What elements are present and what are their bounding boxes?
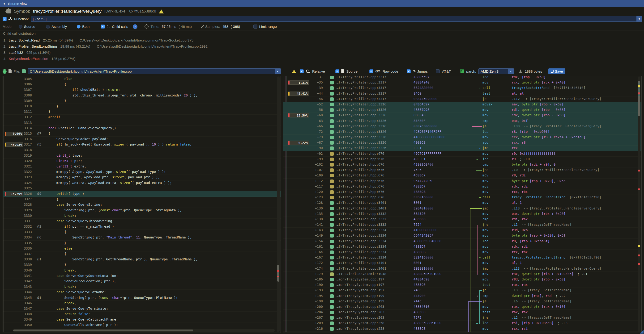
child-call-item[interactable]: 2.tracy::Profiler::SendLongString19.88 m… <box>0 43 644 49</box>
asm-row[interactable]: +141…t\TracyProfiler.cpp:33327524jne.L1 … <box>283 222 642 228</box>
source-line[interactable]: 3325 <box>3 186 280 191</box>
source-line[interactable]: 3342 SendSourceLocation( ptr ); <box>3 279 280 284</box>
asm-row[interactable]: +193…mon\TracySystem.cpp:197740Eje.L3 ->… <box>283 288 642 293</box>
raw-code-checkbox[interactable] <box>369 69 373 73</box>
assembly-pane[interactable]: +31…t\TracyProfiler.cpp:3317488D5597lear… <box>283 76 642 333</box>
child-call-item[interactable]: 3.stat64i32625 μs (1.36%) <box>0 49 644 55</box>
source-line[interactable]: 3314bool Profiler::HandleServerQuery() <box>3 126 280 131</box>
asm-row[interactable]: +200…mon\TracySystem.cpp:203488B4010movr… <box>283 304 642 310</box>
asm-row[interactable]: +90…t\TracyProfiler.cpp:3326FFE1←jmprcx <box>283 146 642 151</box>
file-select[interactable]: C:\Users\wolf\Desktop\darkrl\contrib\tra… <box>28 68 281 74</box>
source-line[interactable]: 3343 break; <box>3 284 280 290</box>
source-hscrollbar[interactable] <box>13 329 275 332</box>
source-checkbox[interactable] <box>335 69 339 73</box>
chevron-down-icon[interactable]: ▼ <box>636 16 642 21</box>
source-line[interactable]: 3305 else <box>3 76 280 82</box>
asm-row[interactable]: +149…t\TracyProfiler.cpp:3334C64424205Fm… <box>283 233 642 238</box>
asm-row[interactable]: +204…mon\TracySystem.cpp:2034885C0testra… <box>283 310 642 315</box>
source-line[interactable]: 3338@1 SendString( ptr, GetThreadName( p… <box>3 257 280 262</box>
source-line[interactable]: 3320 uint64_t ptr; <box>3 159 280 164</box>
child-call-item[interactable]: 1.tracy::Socket::Read25.25 ms (54.89%)C:… <box>0 37 644 43</box>
asm-row[interactable]: +79…t\TracyProfiler.cpp:3326418B8C80E0BF… <box>283 135 642 140</box>
source-line[interactable]: 15.79%3326@9 switch( type ) <box>3 191 280 197</box>
asm-row[interactable]: +143…t\TracyProfiler.cpp:333441B90B00000… <box>283 228 642 233</box>
source-line[interactable]: 3328 case ServerQueryString: <box>3 202 280 208</box>
source-line[interactable]: 3337 { <box>3 251 280 257</box>
radio-both[interactable] <box>77 25 80 28</box>
att-checkbox[interactable] <box>436 69 440 73</box>
source-line[interactable]: 3319 uint8_t type; <box>3 153 280 159</box>
collapse-up-button[interactable]: ▲ <box>133 24 138 29</box>
asm-row[interactable]: +31…t\TracyProfiler.cpp:3317488D5597lear… <box>283 76 642 80</box>
chevron-down-icon[interactable]: ▼ <box>275 69 280 74</box>
source-line[interactable]: 3306 { <box>3 82 280 87</box>
asm-row[interactable]: +172…t\TracyProfiler.cpp:3401B001moval, … <box>283 260 642 266</box>
asm-warning-icon[interactable] <box>292 69 296 73</box>
source-line[interactable]: 3308 std::this_thread::sleep_for( std::c… <box>3 93 280 98</box>
source-line[interactable]: 3335 } <box>3 241 280 246</box>
source-line[interactable]: 3336 else <box>3 246 280 251</box>
asm-row[interactable]: +161…t\TracyProfiler.cpp:3334488BD7movrd… <box>283 244 642 250</box>
asm-row[interactable]: +56…t\TracyProfiler.cpp:3326488B7D98movr… <box>283 107 642 113</box>
asm-row[interactable]: 0.22%+87…t\TracyProfiler.cpp:33264903C8a… <box>283 140 642 146</box>
title-bar[interactable]: ▼ Source view <box>0 0 644 7</box>
source-line[interactable]: 3345@1 SendString( ptr, (const char*)ptr… <box>3 295 280 301</box>
asm-row[interactable]: 1.31%+35…t\TracyProfiler.cpp:3317488B494… <box>283 80 642 85</box>
asm-row[interactable]: +209…mon\TracySystem.cpp:258488D35E88610… <box>283 321 642 326</box>
asm-row[interactable]: +164…t\TracyProfiler.cpp:3334488BCBmovrc… <box>283 250 642 255</box>
child-call-item[interactable]: 4.KeSynchronizeExecution125 μs (0.27%) <box>0 55 644 61</box>
source-line[interactable]: 3334@6 SendString( ptr, "Main thread", 1… <box>3 235 280 240</box>
source-line[interactable]: 3309 } <box>3 98 280 104</box>
chevron-down-icon[interactable]: ▼ <box>508 69 514 74</box>
source-line[interactable]: 3321 uint32_t extra; <box>3 164 280 169</box>
asm-row[interactable]: +154…t\TracyProfiler.cpp:33344C8D055FBA0… <box>283 239 642 244</box>
asm-row[interactable]: +107…t\TracyProfiler.hpp:67675F6jne.L0 -… <box>283 167 642 173</box>
asm-row[interactable]: +120…t\TracyProfiler.hpp:676488BCBmovrcx… <box>283 189 642 195</box>
source-line[interactable]: 3340 break; <box>3 268 280 273</box>
asm-row[interactable]: +174…t\TracyProfiler.cpp:3401E9B8010000j… <box>283 266 642 272</box>
asm-row[interactable]: 45.41%+44…t\TracyProfiler.cpp:331784C0te… <box>283 91 642 96</box>
radio-source[interactable] <box>19 25 22 28</box>
asm-row[interactable]: +72…t\TracyProfiler.cpp:33264C8D05F146F2… <box>283 129 642 135</box>
source-vscrollbar[interactable] <box>277 76 280 332</box>
source-line[interactable]: 3329 SendString( ptr, (const char*)ptr, … <box>3 208 280 213</box>
asm-row[interactable]: +117…t\TracyProfiler.hpp:676488BD7movrdx… <box>283 184 642 189</box>
resize-grip[interactable] <box>640 330 644 334</box>
source-pane[interactable]: 3305 else3306 {3307 if( shouldExit ) ret… <box>2 76 281 333</box>
asm-row[interactable]: +190…mon\TracySystem.cpp:1974885C0testra… <box>283 282 642 288</box>
asm-row[interactable]: +112…t\TracyProfiler.hpp:676C64424205Emo… <box>283 178 642 184</box>
source-line[interactable]: 3333 { <box>3 229 280 235</box>
source-line[interactable]: 3310 } <box>3 104 280 109</box>
source-line[interactable]: 3331 case ServerQueryThreadString: <box>3 219 280 224</box>
asm-row[interactable]: +138…t\TracyProfiler.cpp:3332483BF8cmprd… <box>283 217 642 222</box>
asm-row[interactable]: +46…t\TracyProfiler.cpp:33170F8435020000… <box>283 96 642 102</box>
asm-row[interactable]: +130…t\TracyProfiler.cpp:3401E9E4010000j… <box>283 206 642 211</box>
source-line[interactable]: 3350 QueueCallstackFrame( ptr ); <box>3 323 280 328</box>
child-calls-checkbox[interactable] <box>101 24 105 28</box>
function-checkbox[interactable] <box>2 17 6 21</box>
source-line[interactable]: 3332@3 if( ptr == m_mainThread ) <box>3 224 280 229</box>
asm-row[interactable]: +92…t\TracyProfiler.hpp:67649C7C1FFFFFFF… <box>283 151 642 157</box>
asm-row[interactable]: +109…t\TracyProfiler.hpp:6764C8BC7movr8,… <box>283 173 642 178</box>
source-line[interactable]: 3322 memcpy( &type, &payload.type, sizeo… <box>3 169 280 175</box>
save-button[interactable]: Save <box>548 68 565 74</box>
source-line[interactable]: 3330 break; <box>3 213 280 219</box>
asm-row[interactable]: 15.50%+60…t\TracyProfiler.cpp:33268B55A0… <box>283 113 642 118</box>
asm-row[interactable]: +39…t\TracyProfiler.cpp:3317E824AA0000←c… <box>283 85 642 91</box>
asm-row[interactable]: +123…t\TracyProfiler.hpp:676E850160000←c… <box>283 195 642 200</box>
source-line[interactable]: 3347 case ServerQueryTerminate: <box>3 306 280 312</box>
source-line[interactable]: 3312#endif <box>3 115 280 120</box>
asm-row[interactable]: +66…t\TracyProfiler.cpp:33260F87CE060000… <box>283 124 642 129</box>
asm-row[interactable]: +63…t\TracyProfiler.cpp:332683F80Fcmpeax… <box>283 118 642 124</box>
asm-row[interactable]: +128…t\TracyProfiler.cpp:3401B001moval, … <box>283 200 642 206</box>
asm-row[interactable]: +135…t\TracyProfiler.cpp:33328B4320movea… <box>283 211 642 217</box>
collapse-icon[interactable]: ▼ <box>3 2 6 5</box>
source-line[interactable]: 46.93%3317@5 if( !m_sock->Read( &payload… <box>3 142 280 148</box>
asm-row[interactable]: +195…mon\TracySystem.cpp:199443900cmpdwo… <box>283 293 642 299</box>
source-line[interactable]: 3324 memcpy( &extra, &payload.extra, siz… <box>3 180 280 186</box>
asm-row[interactable]: +52…t\TracyProfiler.cpp:33260FB64597movz… <box>283 102 642 107</box>
radio-assembly[interactable] <box>46 25 50 28</box>
source-line[interactable]: 3316 ServerQueryPacket payload; <box>3 137 280 142</box>
source-line[interactable]: 3341 case ServerQuerySourceLocation: <box>3 273 280 279</box>
source-line[interactable]: 0.66%3315@7{ <box>3 131 280 137</box>
